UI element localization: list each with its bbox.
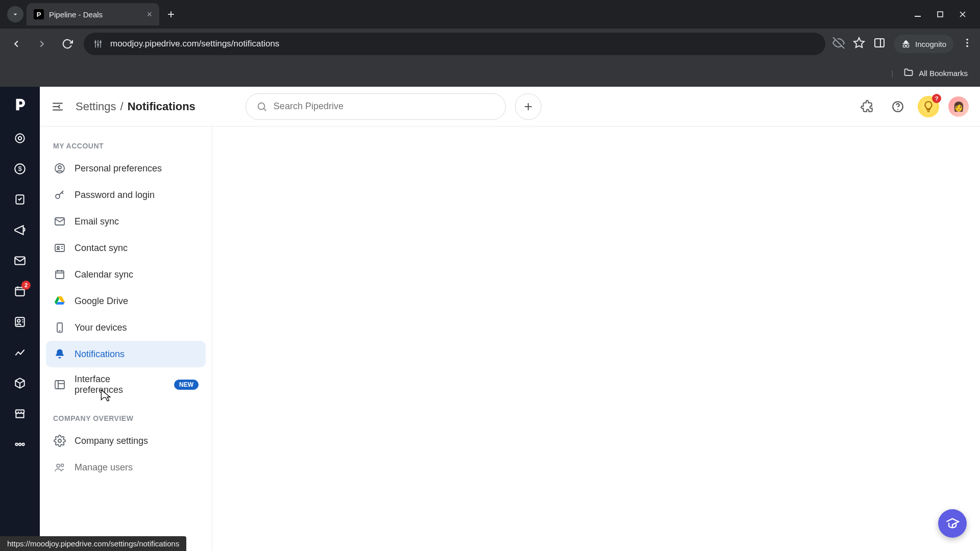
menu-toggle-button[interactable]: [51, 99, 66, 114]
tips-badge: ?: [932, 94, 941, 103]
nav-label: Notifications: [75, 349, 125, 360]
svg-rect-0: [915, 16, 921, 17]
nav-company-settings[interactable]: Company settings: [46, 428, 206, 454]
rail-marketplace[interactable]: [8, 402, 32, 425]
svg-point-37: [22, 443, 24, 445]
help-icon[interactable]: [887, 96, 909, 117]
device-icon: [53, 321, 66, 334]
svg-point-21: [18, 137, 22, 140]
url-field[interactable]: moodjoy.pipedrive.com/settings/notificat…: [84, 33, 825, 55]
reload-button[interactable]: [58, 35, 77, 53]
nav-label: Manage users: [75, 462, 133, 473]
incognito-icon: [901, 39, 911, 49]
contact-card-icon: [53, 241, 66, 255]
search-input[interactable]: [274, 101, 495, 112]
nav-label: Google Drive: [75, 296, 128, 307]
rail-leads[interactable]: [8, 127, 32, 150]
users-icon: [53, 461, 66, 474]
rail-more[interactable]: [8, 433, 32, 456]
nav-interface-preferences[interactable]: Interface preferences NEW: [46, 367, 206, 402]
svg-line-42: [264, 109, 266, 111]
nav-password-login[interactable]: Password and login: [46, 182, 206, 208]
nav-group-account: MY ACCOUNT: [46, 137, 206, 155]
nav-manage-users[interactable]: Manage users: [46, 454, 206, 481]
maximize-button[interactable]: [936, 10, 944, 18]
minimize-button[interactable]: [914, 10, 922, 18]
nav-contact-sync[interactable]: Contact sync: [46, 235, 206, 261]
rail-activities[interactable]: 2: [8, 280, 32, 303]
nav-calendar-sync[interactable]: Calendar sync: [46, 261, 206, 288]
site-controls-icon[interactable]: [93, 39, 103, 49]
status-bar-url: https://moodjoy.pipedrive.com/settings/n…: [0, 536, 186, 551]
rail-deals[interactable]: $: [8, 157, 32, 181]
svg-marker-59: [56, 302, 65, 305]
new-badge: NEW: [174, 380, 199, 390]
rail-mail[interactable]: [8, 249, 32, 272]
svg-point-44: [897, 109, 898, 110]
eye-off-icon[interactable]: [832, 37, 845, 51]
tab-bar: P Pipeline - Deals × +: [0, 0, 980, 29]
kebab-menu-icon[interactable]: [962, 37, 973, 51]
svg-point-36: [19, 443, 21, 445]
user-avatar[interactable]: 👩: [948, 96, 969, 117]
breadcrumb-separator: /: [120, 100, 124, 113]
tab-search-button[interactable]: [7, 6, 23, 22]
google-drive-icon: [53, 294, 66, 308]
new-tab-button[interactable]: +: [159, 7, 183, 21]
rail-insights[interactable]: [8, 341, 32, 364]
quick-add-button[interactable]: +: [515, 93, 542, 120]
svg-point-47: [56, 194, 60, 198]
app-logo[interactable]: [9, 94, 31, 115]
incognito-indicator[interactable]: Incognito: [894, 35, 953, 53]
nav-label: Password and login: [75, 190, 155, 201]
svg-marker-11: [854, 38, 864, 47]
svg-rect-1: [938, 12, 943, 17]
rail-contacts[interactable]: [8, 310, 32, 334]
svg-point-35: [15, 443, 17, 445]
svg-point-19: [966, 45, 968, 47]
gear-icon: [53, 434, 66, 447]
tips-button[interactable]: ?: [918, 96, 939, 117]
tab-favicon: P: [34, 9, 44, 19]
svg-point-18: [966, 42, 968, 44]
close-window-button[interactable]: [959, 10, 967, 18]
nav-rail: $ 2: [0, 87, 40, 551]
nav-label: Email sync: [75, 216, 119, 227]
content-area: [212, 127, 980, 551]
star-icon[interactable]: [853, 37, 865, 51]
bookmark-bar: | All Bookmarks: [0, 59, 980, 87]
nav-label: Contact sync: [75, 243, 128, 254]
rail-products[interactable]: [8, 371, 32, 395]
svg-text:$: $: [18, 165, 22, 172]
calendar-icon: [53, 268, 66, 281]
back-button[interactable]: [7, 35, 26, 53]
svg-rect-12: [875, 39, 884, 47]
tab-title: Pipeline - Deals: [49, 10, 103, 19]
nav-personal-preferences[interactable]: Personal preferences: [46, 155, 206, 182]
svg-rect-53: [56, 271, 64, 279]
panel-icon[interactable]: [873, 37, 886, 51]
breadcrumb-root[interactable]: Settings: [76, 100, 116, 113]
rail-projects[interactable]: [8, 188, 32, 211]
svg-point-67: [61, 464, 64, 467]
nav-email-sync[interactable]: Email sync: [46, 208, 206, 235]
settings-sidenav: MY ACCOUNT Personal preferences Password…: [40, 127, 212, 551]
search-field[interactable]: [246, 93, 506, 120]
url-text: moodjoy.pipedrive.com/settings/notificat…: [110, 39, 279, 49]
rail-campaigns[interactable]: [8, 218, 32, 242]
nav-your-devices[interactable]: Your devices: [46, 314, 206, 341]
all-bookmarks-button[interactable]: All Bookmarks: [919, 69, 968, 78]
nav-label: Your devices: [75, 322, 127, 333]
browser-tab[interactable]: P Pipeline - Deals ×: [27, 3, 159, 26]
search-icon: [256, 101, 267, 112]
nav-notifications[interactable]: Notifications: [46, 341, 206, 367]
top-bar: Settings / Notifications + ? 👩: [40, 87, 980, 127]
learn-button[interactable]: [938, 509, 967, 538]
breadcrumb: Settings / Notifications: [76, 100, 195, 113]
close-tab-icon[interactable]: ×: [146, 9, 152, 20]
svg-point-66: [57, 464, 60, 467]
forward-button[interactable]: [33, 35, 51, 53]
nav-google-drive[interactable]: Google Drive: [46, 288, 206, 314]
svg-point-50: [57, 246, 59, 248]
extensions-icon[interactable]: [856, 96, 878, 117]
